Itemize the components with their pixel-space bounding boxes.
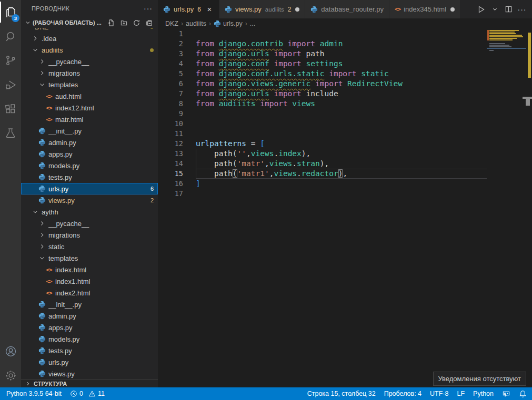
activity-account[interactable] (0, 339, 21, 363)
new-file-icon[interactable] (106, 18, 116, 27)
tree-item-index-html[interactable]: <>index.html (21, 264, 158, 275)
modified-dot (150, 48, 154, 52)
tab-views-py[interactable]: views.pyaudiiits2 (219, 0, 305, 18)
tree-item-label: models.py (48, 162, 154, 170)
code-line-7[interactable]: 7from django.urls import include (158, 89, 532, 99)
split-editor-icon[interactable] (503, 4, 514, 15)
tree-item-aythh[interactable]: aythh (21, 206, 158, 218)
tree-item-apps-py[interactable]: apps.py (21, 148, 158, 160)
refresh-icon[interactable] (132, 18, 141, 27)
tree-item-models-py[interactable]: models.py (21, 333, 158, 345)
chevron-down-icon (38, 80, 46, 89)
tab-index345-html[interactable]: <>index345.html (389, 0, 460, 18)
outline-section-label: СТРУКТУРА (34, 381, 67, 387)
tree-item--pycache-[interactable]: __pycache__ (21, 218, 158, 229)
breadcrumb-item-symbol[interactable]: ... (250, 20, 255, 27)
tree-item-audiiits[interactable]: audiiits (21, 44, 158, 56)
encoding-status[interactable]: UTF-8 (430, 390, 448, 397)
run-dropdown-chevron-icon[interactable] (489, 4, 500, 15)
activity-source-control[interactable] (0, 48, 21, 73)
code-line-14[interactable]: 14 path('matr',views.stran), (158, 159, 532, 169)
breadcrumb-item-file[interactable]: urls.py (214, 20, 243, 27)
tree-item-admin-py[interactable]: admin.py (21, 310, 158, 322)
activity-run-debug[interactable] (0, 73, 21, 97)
tree-item-label: aud.html (55, 93, 154, 100)
tab-database-roouter-py[interactable]: database_roouter.py (305, 0, 389, 18)
python-interpreter-status[interactable]: Python 3.9.5 64-bit (6, 390, 62, 397)
tree-item-urls-py[interactable]: urls.py (21, 356, 158, 368)
python-file-icon (38, 161, 46, 170)
code-line-10[interactable]: 10 (158, 119, 532, 129)
tree-item--init-py[interactable]: __init__.py (21, 125, 158, 137)
tree-item-tests-py[interactable]: tests.py (21, 345, 158, 356)
tree-item--pycache-[interactable]: __pycache__ (21, 56, 158, 67)
tree-item-models-py[interactable]: models.py (21, 160, 158, 171)
line-number: 9 (158, 109, 183, 119)
activity-extensions[interactable] (0, 97, 21, 121)
code-line-17[interactable]: 17 (158, 189, 532, 199)
tree-item-aud-html[interactable]: <>aud.html (21, 90, 158, 102)
tree-item-static[interactable]: static (21, 241, 158, 252)
activity-search[interactable] (0, 24, 21, 48)
code-line-11[interactable]: 11 (158, 129, 532, 139)
tree-item-migrations[interactable]: migrations (21, 229, 158, 241)
tree-item--init-py[interactable]: __init__.py (21, 299, 158, 310)
code-editor[interactable]: 12from django.contrib import admin3from … (158, 29, 532, 387)
code-line-12[interactable]: 12urlpatterns = [ (158, 139, 532, 149)
more-actions-icon[interactable]: ··· (516, 4, 528, 15)
code-line-13[interactable]: 13 path('',views.index), (158, 149, 532, 159)
code-line-1[interactable]: 1 (158, 29, 532, 39)
code-line-3[interactable]: 3from django.urls import path (158, 49, 532, 59)
tree-item-dkz[interactable]: DKZ (21, 28, 158, 33)
tree-item--idea[interactable]: .idea (21, 33, 158, 44)
collapse-all-icon[interactable] (144, 18, 154, 27)
close-icon[interactable]: × (205, 5, 214, 14)
code-line-15[interactable]: 15 path('matr1',views.redactor), (158, 169, 532, 179)
outline-section-header[interactable]: СТРУКТУРА (21, 379, 158, 387)
code-line-8[interactable]: 8from audiiits import views (158, 99, 532, 109)
activity-testing[interactable] (0, 121, 21, 145)
activity-settings[interactable] (0, 363, 21, 387)
tree-item-apps-py[interactable]: apps.py (21, 322, 158, 333)
tree-item-templates[interactable]: templates (21, 79, 158, 90)
tree-item-tests-py[interactable]: tests.py (21, 171, 158, 183)
code-line-2[interactable]: 2from django.contrib import admin (158, 39, 532, 49)
html-file-icon: <> (45, 115, 53, 124)
tree-item-index12-html[interactable]: <>index12.html (21, 102, 158, 114)
notifications-bell-icon[interactable] (519, 390, 527, 398)
minimap[interactable] (487, 29, 526, 387)
code-line-6[interactable]: 6from django.views.generic import Redire… (158, 79, 532, 89)
new-folder-icon[interactable] (119, 18, 128, 27)
cursor-position-status[interactable]: Строка 15, столбец 32 (307, 390, 376, 397)
tree-item-views-py[interactable]: views.py (21, 368, 158, 380)
sidebar-more-icon[interactable]: ··· (144, 4, 153, 13)
tree-item-urls-py[interactable]: urls.py6 (21, 183, 158, 194)
line-number: 17 (158, 189, 183, 199)
feedback-icon[interactable] (502, 390, 510, 398)
line-number: 14 (158, 159, 183, 169)
language-mode-status[interactable]: Python (473, 390, 494, 397)
tree-item-label: migrations (48, 69, 154, 77)
breadcrumb-item-folder[interactable]: audiiits (186, 20, 206, 27)
indentation-status[interactable]: Пробелов: 4 (384, 390, 421, 397)
problems-status[interactable]: 0 11 (70, 390, 105, 397)
tab-urls-py[interactable]: urls.py6× (158, 0, 219, 18)
code-line-content: from django.contrib import admin (196, 39, 532, 49)
tree-item-matr-html[interactable]: <>matr.html (21, 114, 158, 125)
run-button[interactable] (475, 4, 487, 15)
code-line-16[interactable]: 16] (158, 179, 532, 189)
tree-item-templates[interactable]: templates (21, 252, 158, 264)
activity-explorer[interactable]: 3 (0, 0, 21, 24)
tree-item-admin-py[interactable]: admin.py (21, 137, 158, 148)
eol-status[interactable]: LF (457, 390, 465, 397)
code-line-4[interactable]: 4from django.conf import settings (158, 59, 532, 69)
code-line-5[interactable]: 5from django.conf.urls.static import sta… (158, 69, 532, 79)
tree-item-index2-html[interactable]: <>index2.html (21, 287, 158, 299)
workspace-section-header[interactable]: (РАБОЧАЯ ОБЛАСТЬ) ... (21, 17, 158, 28)
tree-item-migrations[interactable]: migrations (21, 67, 158, 79)
code-line-9[interactable]: 9 (158, 109, 532, 119)
breadcrumb-item-project[interactable]: DKZ (165, 20, 178, 27)
activity-spacer (0, 145, 21, 339)
tree-item-views-py[interactable]: views.py2 (21, 194, 158, 206)
tree-item-index1-html[interactable]: <>index1.html (21, 275, 158, 287)
